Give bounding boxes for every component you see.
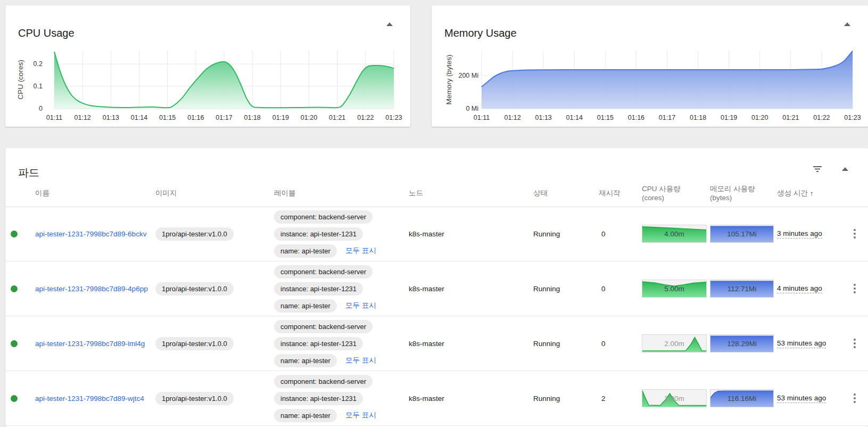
header-name[interactable]: 이름 (30, 176, 155, 207)
header-node[interactable]: 노드 (403, 176, 528, 207)
pod-created-cell: 4 minutes ago (772, 261, 846, 316)
svg-text:01:23: 01:23 (385, 114, 402, 121)
svg-text:01:20: 01:20 (751, 114, 768, 121)
pod-memory-cell: 105.17Mi (705, 207, 771, 261)
label-chip: component: backend-server (274, 210, 373, 224)
collapse-cpu-card-button[interactable] (386, 21, 393, 27)
filter-button[interactable] (813, 164, 822, 174)
header-memory-usage[interactable]: 메모리 사용량 (bytes) (705, 176, 771, 207)
label-chip: component: backend-server (274, 320, 373, 333)
image-chip: 1pro/api-tester:v1.0.0 (155, 227, 234, 241)
memory-sparkline: 128.29Mi (710, 334, 774, 352)
pod-running-dot-icon (11, 285, 18, 292)
pod-name-cell: api-tester-1231-7998bc7d89-lml4g (30, 316, 155, 371)
pod-restarts-cell: 0 (593, 261, 636, 316)
memory-value: 116.16Mi (710, 390, 773, 407)
header-cpu-usage[interactable]: CPU 사용량 (cores) (636, 176, 707, 207)
svg-text:01:19: 01:19 (272, 114, 289, 121)
cpu-usage-card: 01:1101:1201:1301:1401:1501:1601:1701:18… (5, 5, 410, 127)
pod-status-cell (5, 207, 30, 261)
pod-running-dot-icon (11, 340, 18, 347)
pod-menu-cell (846, 371, 868, 425)
created-ago-text: 4 minutes ago (777, 284, 822, 293)
cpu-value: 2.00m (642, 390, 706, 407)
pod-labels-cell: component: backend-serverinstance: api-t… (269, 207, 403, 261)
svg-text:01:17: 01:17 (216, 114, 232, 121)
pod-node-cell: k8s-master (403, 261, 528, 316)
label-chip: instance: api-tester-1231 (274, 227, 363, 241)
table-row: api-tester-1231-7998bc7d89-lml4g 1pro/ap… (5, 316, 868, 371)
header-image[interactable]: 이미지 (150, 176, 269, 207)
kebab-menu-button[interactable] (852, 282, 858, 295)
svg-text:01:20: 01:20 (301, 114, 317, 121)
pod-menu-cell (846, 316, 868, 371)
pod-status-text-cell: Running (528, 371, 593, 425)
label-chip: instance: api-tester-1231 (274, 282, 363, 295)
pod-running-dot-icon (11, 231, 18, 237)
pod-memory-cell: 116.16Mi (705, 371, 771, 425)
memory-usage-chart: 01:1101:1201:1301:1401:1501:1601:1701:18… (432, 5, 868, 127)
header-menu (846, 176, 868, 207)
pod-memory-cell: 112.71Mi (705, 261, 771, 316)
pod-labels-cell: component: backend-serverinstance: api-t… (269, 261, 403, 316)
pod-name-cell: api-tester-1231-7998bc7d89-4p6pp (30, 261, 155, 316)
image-chip: 1pro/api-tester:v1.0.0 (155, 282, 234, 295)
pod-menu-cell (846, 261, 868, 316)
show-all-labels-link[interactable]: 모두 표시 (345, 356, 376, 365)
svg-text:200 Mi: 200 Mi (458, 72, 478, 79)
collapse-arrow-icon (842, 167, 848, 171)
pod-labels-cell: component: backend-serverinstance: api-t… (269, 316, 403, 371)
pod-name-cell: api-tester-1231-7998bc7d89-6bckv (30, 207, 155, 261)
sort-ascending-icon: ↑ (810, 190, 814, 198)
cpu-usage-title: CPU Usage (18, 27, 75, 39)
collapse-pods-card-button[interactable] (841, 166, 849, 171)
svg-text:CPU (cores): CPU (cores) (16, 60, 24, 99)
pod-created-cell: 53 minutes ago (772, 371, 846, 425)
table-row: api-tester-1231-7998bc7d89-6bckv 1pro/ap… (5, 207, 868, 261)
kebab-menu-button[interactable] (852, 391, 858, 405)
table-row: api-tester-1231-7998bc7d89-wjtc4 1pro/ap… (5, 371, 868, 426)
label-chip: component: backend-server (274, 265, 373, 278)
pod-status-text-cell: Running (528, 207, 593, 261)
pod-name-link[interactable]: api-tester-1231-7998bc7d89-4p6pp (35, 285, 148, 293)
header-restarts[interactable]: 재시작 (593, 176, 636, 207)
svg-text:01:18: 01:18 (244, 114, 261, 121)
kebab-menu-button[interactable] (852, 227, 858, 241)
svg-text:01:12: 01:12 (504, 114, 520, 121)
svg-text:Memory (bytes): Memory (bytes) (445, 55, 453, 105)
restarts-value: 0 (601, 285, 606, 293)
created-ago-text: 53 minutes ago (777, 339, 826, 348)
kebab-menu-button[interactable] (852, 336, 858, 350)
pod-name-cell: api-tester-1231-7998bc7d89-wjtc4 (30, 371, 155, 425)
show-all-labels-link[interactable]: 모두 표시 (345, 246, 376, 256)
show-all-labels-link[interactable]: 모두 표시 (345, 301, 376, 310)
svg-text:01:21: 01:21 (782, 114, 799, 121)
header-created[interactable]: 생성 시간↑ (772, 176, 846, 207)
header-status[interactable]: 상태 (528, 176, 593, 207)
pod-name-link[interactable]: api-tester-1231-7998bc7d89-lml4g (35, 340, 145, 348)
collapse-memory-card-button[interactable] (844, 21, 851, 27)
memory-usage-title: Memory Usage (444, 27, 517, 39)
label-chip: component: backend-server (274, 375, 373, 388)
memory-usage-card: 01:1101:1201:1301:1401:1501:1601:1701:18… (432, 5, 868, 127)
header-labels[interactable]: 레이블 (269, 176, 403, 207)
pod-status-cell (5, 261, 30, 316)
cpu-sparkline: 2.00m (642, 334, 707, 352)
svg-text:0: 0 (39, 105, 43, 112)
status-text: Running (533, 230, 560, 238)
pod-name-link[interactable]: api-tester-1231-7998bc7d89-wjtc4 (35, 395, 144, 403)
restarts-value: 2 (601, 395, 606, 403)
pod-name-link[interactable]: api-tester-1231-7998bc7d89-6bckv (35, 230, 146, 238)
status-text: Running (533, 395, 560, 403)
cpu-sparkline: 5.00m (642, 280, 707, 298)
memory-value: 112.71Mi (710, 280, 773, 297)
cpu-value: 2.00m (642, 335, 706, 352)
svg-text:01:14: 01:14 (566, 114, 583, 121)
show-all-labels-link[interactable]: 모두 표시 (345, 410, 376, 420)
pod-node-cell: k8s-master (403, 371, 528, 425)
pod-status-text-cell: Running (528, 261, 593, 316)
memory-value: 105.17Mi (710, 225, 773, 242)
svg-text:01:17: 01:17 (659, 114, 675, 121)
node-name: k8s-master (409, 230, 444, 238)
cpu-sparkline: 2.00m (642, 389, 707, 407)
